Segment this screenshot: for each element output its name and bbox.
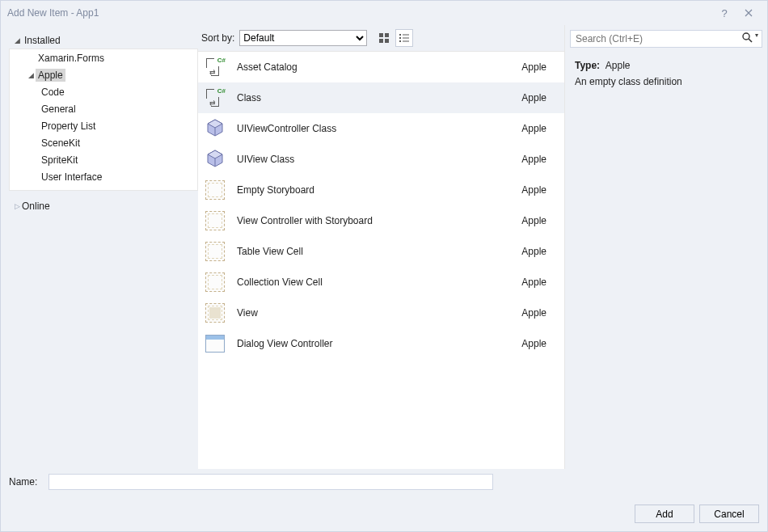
tree-label: Installed: [22, 34, 63, 47]
template-category: Apple: [521, 61, 555, 73]
template-row[interactable]: UIView ClassApple: [198, 144, 564, 175]
template-category: Apple: [521, 154, 555, 165]
tree-node-property-list[interactable]: Property List: [10, 117, 197, 134]
tree-node-apple[interactable]: ◢ Apple: [10, 66, 197, 83]
detail-body: Type: Apple An empty class definition: [565, 52, 767, 95]
storyboard-icon: [205, 242, 225, 261]
add-button[interactable]: Add: [635, 505, 694, 523]
tree-node-user-interface[interactable]: User Interface: [10, 168, 197, 185]
template-category: Apple: [521, 123, 555, 134]
template-name: Empty Storyboard: [237, 184, 512, 196]
view-icon: [205, 303, 225, 323]
tree-node-scenekit[interactable]: SceneKit: [10, 134, 197, 151]
tree-label: Property List: [39, 120, 98, 133]
template-name: Table View Cell: [237, 246, 512, 257]
tree-label: Code: [39, 86, 67, 99]
template-name: Class: [237, 92, 512, 103]
tree-label: SceneKit: [39, 137, 82, 150]
button-row: Add Cancel: [9, 505, 759, 523]
cube-icon: [205, 148, 226, 171]
search-box[interactable]: ▾: [570, 30, 762, 48]
name-row: Name:: [9, 474, 759, 490]
template-row[interactable]: Collection View CellApple: [198, 267, 564, 298]
template-name: UIView Class: [237, 154, 512, 165]
template-category: Apple: [521, 215, 555, 226]
category-tree: ◢ Installed Xamarin.Forms ◢ Apple Code G…: [1, 25, 198, 469]
svg-rect-9: [403, 41, 409, 42]
view-list-button[interactable]: [395, 29, 413, 47]
window-title: Add New Item - App1: [7, 7, 712, 19]
storyboard-icon: [205, 180, 225, 200]
svg-rect-8: [399, 40, 401, 42]
detail-type-line: Type: Apple: [575, 60, 757, 71]
template-name: Asset Catalog: [237, 61, 512, 73]
dialog-icon: [205, 335, 225, 353]
tree-label: User Interface: [39, 171, 104, 184]
search-bar: ▾: [565, 25, 767, 52]
help-button[interactable]: ?: [712, 2, 736, 24]
template-category: Apple: [521, 338, 555, 349]
template-name: Collection View Cell: [237, 277, 512, 288]
tree-label: Online: [22, 201, 50, 212]
cancel-button[interactable]: Cancel: [699, 505, 759, 523]
template-name: View Controller with Storyboard: [237, 215, 512, 226]
search-icon[interactable]: ▾: [738, 32, 758, 45]
detail-type-value: Apple: [606, 60, 631, 71]
storyboard-icon: [205, 211, 225, 230]
tree-node-spritekit[interactable]: SpriteKit: [10, 151, 197, 168]
template-row[interactable]: C#⇄Asset CatalogApple: [198, 52, 564, 82]
title-bar: Add New Item - App1 ?: [1, 1, 767, 25]
tree-label: SpriteKit: [39, 154, 80, 167]
template-category: Apple: [521, 277, 555, 288]
svg-rect-5: [403, 35, 409, 36]
cube-icon: [205, 117, 226, 141]
template-row[interactable]: C#⇄ClassApple: [198, 82, 564, 113]
template-category: Apple: [521, 307, 555, 319]
storyboard-icon: [205, 272, 225, 292]
svg-point-10: [743, 33, 749, 40]
tree-node-code[interactable]: Code: [10, 83, 197, 100]
csharp-class-icon: C#⇄: [205, 57, 226, 78]
tree-label: Xamarin.Forms: [36, 52, 107, 65]
template-toolbar: Sort by: Default: [198, 25, 564, 52]
detail-type-label: Type:: [575, 60, 600, 71]
template-panel: Sort by: Default C#⇄Asset CatalogAppleC#…: [198, 25, 565, 469]
template-name: View: [237, 307, 512, 319]
close-button[interactable]: [736, 2, 761, 24]
template-category: Apple: [521, 246, 555, 257]
view-toggle: [375, 29, 413, 47]
tree-node-installed[interactable]: ◢ Installed: [9, 32, 198, 49]
tree-node-general[interactable]: General: [10, 100, 197, 117]
svg-line-11: [749, 39, 752, 42]
template-name: Dialog View Controller: [237, 338, 512, 349]
chevron-down-icon: ◢: [12, 36, 22, 44]
template-row[interactable]: View Controller with StoryboardApple: [198, 205, 564, 236]
template-row[interactable]: ViewApple: [198, 298, 564, 328]
template-list[interactable]: C#⇄Asset CatalogAppleC#⇄ClassAppleUIView…: [198, 52, 564, 469]
csharp-class-icon: C#⇄: [205, 87, 226, 108]
content-area: ◢ Installed Xamarin.Forms ◢ Apple Code G…: [1, 25, 767, 469]
template-row[interactable]: Dialog View ControllerApple: [198, 328, 564, 359]
template-category: Apple: [521, 184, 555, 196]
template-name: UIViewController Class: [237, 123, 512, 134]
search-input[interactable]: [574, 32, 738, 45]
tree-node-xamarin-forms[interactable]: Xamarin.Forms: [10, 49, 197, 66]
svg-rect-6: [399, 37, 401, 39]
chevron-down-icon: ◢: [26, 71, 36, 79]
bottom-panel: Name: Add Cancel: [1, 469, 767, 531]
template-row[interactable]: Table View CellApple: [198, 236, 564, 267]
template-row[interactable]: Empty StoryboardApple: [198, 175, 564, 205]
sort-select[interactable]: Default: [239, 30, 367, 46]
detail-description: An empty class definition: [575, 76, 757, 87]
template-category: Apple: [521, 92, 555, 103]
svg-rect-0: [379, 33, 383, 37]
svg-rect-1: [385, 33, 389, 37]
tree-label: Apple: [36, 69, 65, 82]
chevron-right-icon: ▷: [12, 202, 22, 210]
name-input[interactable]: [49, 474, 493, 490]
svg-rect-3: [385, 39, 389, 43]
template-row[interactable]: UIViewController ClassApple: [198, 113, 564, 144]
view-tiles-button[interactable]: [375, 29, 393, 47]
tree-node-online[interactable]: ▷ Online: [9, 197, 198, 214]
svg-rect-7: [403, 38, 409, 39]
